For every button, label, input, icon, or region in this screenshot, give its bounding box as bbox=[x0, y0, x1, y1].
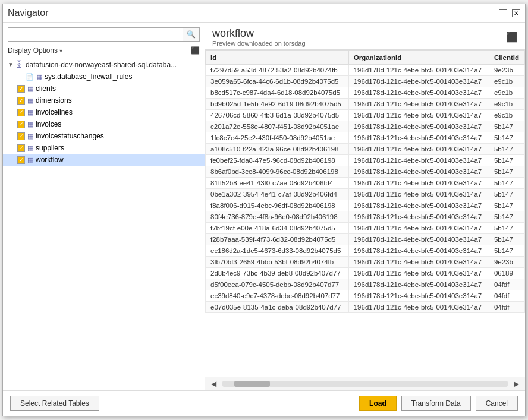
table-cell: 196d178d-121c-4ebe-bfc5-001403e314a7 bbox=[348, 257, 489, 268]
select-related-button[interactable]: Select Related Tables bbox=[10, 396, 99, 411]
table-cell: c201a72e-558e-4807-f451-08d92b4051ae bbox=[206, 121, 349, 132]
tree-root[interactable]: ▼ 🗄 datafusion-dev-norwayeast-shared-sql… bbox=[3, 58, 205, 71]
scroll-track[interactable] bbox=[222, 381, 508, 387]
checkbox[interactable] bbox=[17, 144, 25, 152]
table-cell: 196d178d-121c-4ebe-bfc5-001403e314a7 bbox=[348, 99, 489, 110]
table-cell: ec186d2a-1de5-4673-6d33-08d92b4075d5 bbox=[206, 245, 349, 257]
table-cell: b8cd517c-c987-4da4-6d18-08d92b4075d5 bbox=[206, 87, 349, 99]
chevron-down-icon: ▾ bbox=[59, 48, 62, 54]
table-cell: ec39d840-c9c7-4378-debc-08d92b407d77 bbox=[206, 290, 349, 302]
table-cell: 196d178d-121c-4ebe-bfc5-001403e314a7 bbox=[348, 87, 489, 99]
table-cell: 0be1a302-3954-4e41-c7af-08d92b406fd4 bbox=[206, 189, 349, 200]
display-options-button[interactable]: Display Options ▾ bbox=[8, 46, 62, 55]
table-cell: 06189 bbox=[489, 268, 524, 279]
display-options-row: Display Options ▾ ⬛ bbox=[3, 45, 205, 58]
checkbox[interactable] bbox=[17, 156, 25, 164]
table-cell: 04fdf bbox=[489, 279, 524, 290]
table-cell: 196d178d-121c-4ebe-bfc5-001403e314a7 bbox=[348, 223, 489, 234]
table-cell: f7bf19cf-e00e-418a-6d34-08d92b4075d5 bbox=[206, 223, 349, 234]
table-cell: 04fdf bbox=[489, 302, 524, 313]
tree-item-label: dimensions bbox=[36, 96, 72, 105]
checkbox[interactable] bbox=[17, 121, 25, 128]
window-controls: — ✕ bbox=[499, 9, 520, 17]
table-row: f8a8f006-d915-4ebc-96df-08d92b406198196d… bbox=[206, 200, 525, 211]
search-input[interactable] bbox=[8, 28, 183, 41]
cancel-button[interactable]: Cancel bbox=[476, 396, 518, 411]
scroll-left-arrow[interactable]: ◀ bbox=[208, 378, 220, 389]
table-cell: 196d178d-121c-4ebe-bfc5-001403e314a7 bbox=[348, 189, 489, 200]
tree-item[interactable]: ▦ workflow bbox=[3, 154, 205, 166]
horizontal-scrollbar[interactable]: ◀ ▶ bbox=[205, 377, 525, 390]
tree-root-label: datafusion-dev-norwayeast-shared-sql.dat… bbox=[26, 61, 177, 69]
tree-item-label: clients bbox=[36, 84, 56, 93]
table-row: ec39d840-c9c7-4378-debc-08d92b407d77196d… bbox=[206, 290, 525, 302]
table-cell: 5b147 bbox=[489, 223, 524, 234]
checkbox[interactable] bbox=[17, 97, 25, 105]
table-cell: 196d178d-121c-4ebe-bfc5-001403e314a7 bbox=[348, 302, 489, 313]
column-header[interactable]: Id bbox=[206, 51, 349, 65]
checkbox[interactable] bbox=[17, 132, 25, 140]
table-icon: ▦ bbox=[27, 121, 33, 128]
table-cell: 1fc8c7e4-25e2-430f-f450-08d92b4051ae bbox=[206, 132, 349, 144]
table-cell: e9c1b bbox=[489, 87, 524, 99]
column-header[interactable]: ClientId bbox=[489, 51, 524, 65]
table-cell: 196d178d-121c-4ebe-bfc5-001403e314a7 bbox=[348, 245, 489, 257]
table-cell: 426706cd-5860-4fb3-6d1a-08d92b4075d5 bbox=[206, 110, 349, 121]
data-table: IdOrganizationIdClientId f7297d59-a53d-4… bbox=[205, 50, 525, 313]
table-cell: 80f4e736-879e-4f8a-96e0-08d92b406198 bbox=[206, 211, 349, 223]
display-options-label: Display Options bbox=[8, 46, 58, 55]
table-row: e07d035e-8135-4a1c-deba-08d92b407d77196d… bbox=[206, 302, 525, 313]
table-row: f7297d59-a53d-4872-53a2-08d92b4074fb196d… bbox=[206, 65, 525, 76]
preview-title: workflow bbox=[212, 27, 306, 40]
load-button[interactable]: Load bbox=[359, 396, 397, 411]
checkbox[interactable] bbox=[17, 109, 25, 116]
tree-item[interactable]: ▦ suppliers bbox=[3, 142, 205, 154]
tree-item-label: sys.database_firewall_rules bbox=[45, 72, 132, 81]
table-row: 8b6af0bd-3ce8-4099-96cc-08d92b406198196d… bbox=[206, 166, 525, 178]
table-cell: 196d178d-121c-4ebe-bfc5-001403e314a7 bbox=[348, 234, 489, 245]
table-cell: 196d178d-121c-4ebe-bfc5-001403e314a7 bbox=[348, 211, 489, 223]
table-icon: ▦ bbox=[27, 97, 33, 105]
scroll-right-arrow[interactable]: ▶ bbox=[510, 378, 523, 389]
folder-icon: 📄 bbox=[26, 73, 34, 81]
search-button[interactable]: 🔍 bbox=[183, 28, 199, 41]
scroll-thumb[interactable] bbox=[234, 381, 270, 387]
table-cell: 5b147 bbox=[489, 245, 524, 257]
table-cell: 196d178d-121c-4ebe-bfc5-001403e314a7 bbox=[348, 121, 489, 132]
tree-item[interactable]: ▦ dimensions bbox=[3, 94, 205, 106]
table-cell: d5f00eea-079c-4505-debb-08d92b407d77 bbox=[206, 279, 349, 290]
table-cell: 2d8b4ec9-73bc-4b39-deb8-08d92b407d77 bbox=[206, 268, 349, 279]
minimize-icon: — bbox=[500, 10, 506, 17]
table-cell: 196d178d-121c-4ebe-bfc5-001403e314a7 bbox=[348, 132, 489, 144]
table-cell: 196d178d-121c-4ebe-bfc5-001403e314a7 bbox=[348, 268, 489, 279]
table-row: c201a72e-558e-4807-f451-08d92b4051ae196d… bbox=[206, 121, 525, 132]
preview-export-icon[interactable]: ⬛ bbox=[506, 31, 518, 43]
data-table-container[interactable]: IdOrganizationIdClientId f7297d59-a53d-4… bbox=[205, 50, 525, 377]
tree-item[interactable]: ▦ clients bbox=[3, 83, 205, 94]
table-cell: e9c1b bbox=[489, 99, 524, 110]
table-icon: ▦ bbox=[27, 156, 33, 164]
tree-item[interactable]: ▦ invoicestatuschanges bbox=[3, 130, 205, 142]
export-icon: ⬛ bbox=[191, 46, 200, 55]
table-row: f7bf19cf-e00e-418a-6d34-08d92b4075d5196d… bbox=[206, 223, 525, 234]
minimize-button[interactable]: — bbox=[499, 9, 507, 17]
tree-item[interactable]: ▦ invoicelines bbox=[3, 106, 205, 118]
right-panel: workflow Preview downloaded on torsdag ⬛… bbox=[205, 23, 525, 390]
table-cell: 196d178d-121c-4ebe-bfc5-001403e314a7 bbox=[348, 290, 489, 302]
checkbox[interactable] bbox=[17, 85, 25, 93]
table-cell: bd9b025d-1e5b-4e92-6d19-08d92b4075d5 bbox=[206, 99, 349, 110]
transform-data-button[interactable]: Transform Data bbox=[401, 396, 471, 411]
table-cell: 04fdf bbox=[489, 290, 524, 302]
close-button[interactable]: ✕ bbox=[512, 9, 520, 17]
table-cell: 8b6af0bd-3ce8-4099-96cc-08d92b406198 bbox=[206, 166, 349, 178]
main-content: 🔍 Display Options ▾ ⬛ ▼ 🗄 datafusion-dev… bbox=[3, 23, 525, 390]
tree-item[interactable]: 📄 ▦ sys.database_firewall_rules bbox=[3, 71, 205, 83]
column-header[interactable]: OrganizationId bbox=[348, 51, 489, 65]
table-row: 2d8b4ec9-73bc-4b39-deb8-08d92b407d77196d… bbox=[206, 268, 525, 279]
tree-item[interactable]: ▦ invoices bbox=[3, 118, 205, 130]
table-icon: ▦ bbox=[27, 85, 33, 93]
table-cell: 196d178d-121c-4ebe-bfc5-001403e314a7 bbox=[348, 110, 489, 121]
table-cell: 196d178d-121c-4ebe-bfc5-001403e314a7 bbox=[348, 200, 489, 211]
table-cell: 5b147 bbox=[489, 144, 524, 155]
close-icon: ✕ bbox=[514, 10, 518, 17]
